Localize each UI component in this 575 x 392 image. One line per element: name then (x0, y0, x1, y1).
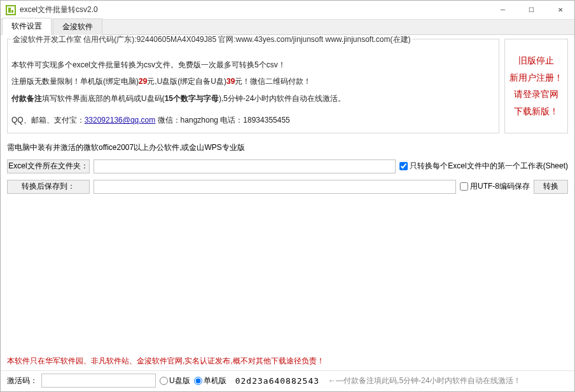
app-icon (6, 5, 16, 15)
source-folder-input[interactable] (94, 159, 396, 173)
dest-folder-button[interactable]: 转换后保存到： (7, 180, 90, 194)
maximize-button[interactable]: ☐ (517, 1, 546, 19)
source-folder-button[interactable]: Excel文件所在文件夹： (7, 159, 90, 173)
minimize-button[interactable]: ─ (488, 1, 517, 19)
tab-jinjun[interactable]: 金浚软件 (53, 18, 102, 35)
usb-version-radio[interactable]: U盘版 (160, 375, 190, 386)
footer-bar: 激活码： U盘版 单机版 02d23a640882543 ←—付款备注填此码,5… (1, 370, 574, 391)
svg-rect-1 (8, 8, 11, 13)
tab-bar: 软件设置 金浚软件 (1, 20, 574, 35)
titlebar: excel文件批量转csv2.0 ─ ☐ ✕ (1, 1, 574, 20)
utf8-checkbox-input[interactable] (460, 182, 468, 191)
first-sheet-checkbox-input[interactable] (399, 162, 408, 170)
single-version-radio[interactable]: 单机版 (194, 375, 226, 386)
dest-folder-row: 转换后保存到： 用UTF-8编码保存 转换 (7, 180, 568, 194)
convert-button[interactable]: 转换 (534, 180, 568, 194)
activation-label: 激活码： (7, 375, 38, 386)
warning-text: 本软件只在华军软件园、非凡软件站、金浚软件官网,实名认证发布,概不对其他下载途径… (7, 356, 568, 367)
activation-code-input[interactable] (41, 374, 156, 388)
info-legend: 金浚软件开发工作室 信用代码(广东):92440605MA4X049J85 官网… (11, 35, 412, 44)
requirement-text: 需电脑中装有并激活的微软office2007以上办公软件,或金山WPS专业版 (7, 142, 568, 153)
info-line-4: QQ、邮箱、支付宝：332092136@qq.com 微信：hangzhong … (11, 112, 495, 128)
window-title: excel文件批量转csv2.0 (20, 4, 488, 15)
info-line-1: 本软件可实现多个excel文件批量转换为csv文件。免费版一次最多可转换5个cs… (11, 57, 495, 73)
close-button[interactable]: ✕ (546, 1, 574, 19)
activation-hint: ←—付款备注填此码,5分钟-24小时内软件自动在线激活！ (328, 375, 521, 386)
svg-rect-2 (11, 10, 13, 13)
first-sheet-checkbox[interactable]: 只转换每个Excel文件中的第一个工作表(Sheet) (399, 161, 568, 172)
info-body: 本软件可实现多个excel文件批量转换为csv文件。免费版一次最多可转换5个cs… (11, 57, 495, 129)
info-panel: 金浚软件开发工作室 信用代码(广东):92440605MA4X049J85 官网… (7, 39, 499, 133)
tab-settings[interactable]: 软件设置 (2, 18, 52, 35)
machine-code: 02d23a640882543 (230, 376, 324, 386)
info-line-2: 注册版无数量限制！单机版(绑定电脑)29元,U盘版(绑定自备U盘)39元！微信二… (11, 73, 495, 90)
side-notice: 旧版停止 新用户注册！ 请登录官网 下载新版！ (504, 39, 568, 133)
email-link[interactable]: 332092136@qq.com (85, 116, 156, 125)
dest-folder-input[interactable] (94, 180, 456, 194)
info-line-3: 付款备注填写软件界面底部的单机码或U盘码(15个数字与字母),5分钟-24小时内… (11, 90, 495, 107)
utf8-checkbox[interactable]: 用UTF-8编码保存 (460, 181, 530, 192)
source-folder-row: Excel文件所在文件夹： 只转换每个Excel文件中的第一个工作表(Sheet… (7, 159, 568, 173)
